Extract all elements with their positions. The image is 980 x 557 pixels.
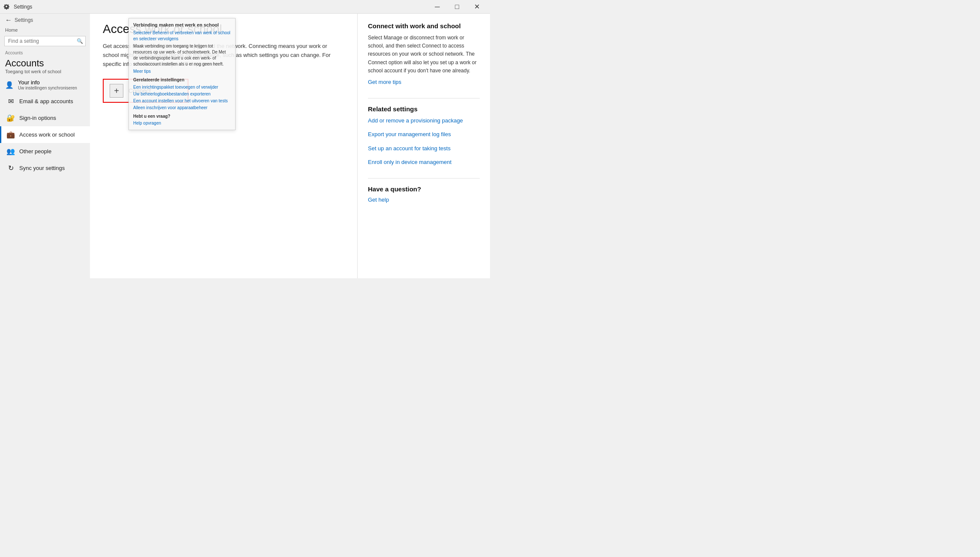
sidebar-item-work-label: Access work or school [19, 131, 75, 138]
sidebar-item-email[interactable]: ✉ Email & app accounts [0, 93, 90, 110]
accounts-header: Accounts Toegang tot werk of school [0, 56, 90, 77]
page-title: Access work or school [103, 22, 344, 36]
back-row: ← Settings [0, 14, 90, 27]
accounts-sub: Toegang tot werk of school [5, 69, 85, 74]
get-more-tips-link[interactable]: Get more tips [368, 78, 480, 86]
key-icon: 🔐 [6, 114, 15, 122]
accounts-breadcrumb: Accounts [0, 50, 90, 56]
accounts-title: Accounts [5, 58, 85, 69]
flyout-question: Hebt u een vraag? [133, 113, 231, 119]
sidebar-item-sync[interactable]: ↻ Sync your settings [0, 160, 90, 176]
export-logs-link[interactable]: Export your management log files [368, 131, 480, 138]
search-input[interactable] [4, 36, 86, 46]
settings-window: Settings ─ □ ✕ ← Settings Home 🔍 Accou [0, 0, 490, 278]
your-info-label: Your info [18, 79, 77, 86]
briefcase-icon: 💼 [6, 131, 15, 139]
related-settings-title: Related settings [368, 105, 480, 113]
window-controls: ─ □ ✕ [427, 0, 487, 14]
person-icon: 👤 [5, 81, 14, 89]
sidebar-item-other[interactable]: 👥 Other people [0, 143, 90, 160]
sidebar-item-work[interactable]: 💼 Access work or school [0, 126, 90, 143]
email-icon: ✉ [6, 97, 15, 105]
connect-plus-icon: + [110, 84, 123, 98]
title-bar: Settings ─ □ ✕ [0, 0, 490, 14]
enroll-device-link[interactable]: Enroll only in device management [368, 158, 480, 166]
back-button[interactable]: ← [5, 16, 12, 24]
breadcrumb-home: Home [0, 27, 90, 34]
sidebar: ← Settings Home 🔍 Accounts Accounts Toeg… [0, 14, 90, 278]
close-button[interactable]: ✕ [467, 0, 487, 14]
divider-2 [368, 178, 480, 179]
right-panel: Connect with work and school Select Mana… [357, 14, 490, 278]
connect-info-title: Connect with work and school [368, 22, 480, 30]
provisioning-link[interactable]: Add or remove a provisioning package [368, 117, 480, 125]
have-question-section: Have a question? Get help [368, 185, 480, 204]
sync-icon: ↻ [6, 164, 15, 172]
flyout-more-tips: Meer tips [133, 69, 231, 74]
divider [368, 98, 480, 98]
back-icon: ← [5, 16, 12, 24]
content-area: ← Settings Home 🔍 Accounts Accounts Toeg… [0, 14, 490, 278]
flyout-help: Help opvragen [133, 120, 231, 126]
home-link[interactable]: Home [5, 27, 18, 33]
sidebar-item-signin-label: Sign-in options [19, 115, 56, 121]
connect-button[interactable]: + Connect [103, 79, 188, 103]
main-content: Access work or school Get access to reso… [90, 14, 357, 278]
get-help-link[interactable]: Get help [368, 196, 480, 204]
account-tests-link[interactable]: Set up an account for taking tests [368, 145, 480, 152]
sidebar-item-other-label: Other people [19, 148, 51, 155]
your-info-item[interactable]: 👤 Your info Uw instellingen synchroniser… [0, 77, 90, 93]
page-description: Get access to resources like email, apps… [103, 42, 343, 69]
connect-info-section: Connect with work and school Select Mana… [368, 22, 480, 86]
settings-app-icon [3, 3, 10, 10]
connect-info-desc: Select Manage or disconnect from work or… [368, 34, 480, 75]
sidebar-item-signin[interactable]: 🔐 Sign-in options [0, 110, 90, 126]
sidebar-item-sync-label: Sync your settings [19, 165, 65, 171]
settings-label: Settings [15, 17, 33, 23]
related-settings-section: Related settings Add or remove a provisi… [368, 105, 480, 166]
people-icon: 👥 [6, 147, 15, 155]
search-box: 🔍 [4, 36, 86, 46]
maximize-button[interactable]: □ [447, 0, 467, 14]
your-info-text-block: Your info Uw instellingen synchroniseren [18, 79, 77, 90]
title-bar-text: Settings [14, 4, 32, 10]
search-icon: 🔍 [77, 38, 83, 44]
sidebar-item-email-label: Email & app accounts [19, 98, 73, 104]
minimize-button[interactable]: ─ [427, 0, 447, 14]
flyout-rel4: Alleen inschrijven voor apparaatbeheer [133, 105, 231, 111]
title-bar-left: Settings [3, 3, 32, 10]
have-question-title: Have a question? [368, 185, 480, 193]
connect-label: Connect [128, 87, 151, 94]
your-info-sub: Uw instellingen synchroniseren [18, 86, 77, 90]
